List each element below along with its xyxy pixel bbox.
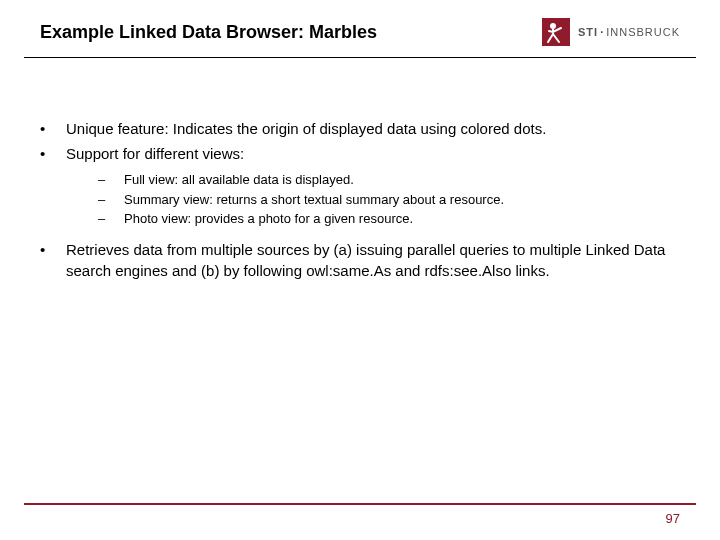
sub-bullet-list: – Full view: all available data is displ… [98,170,680,229]
item-text: Retrieves data from multiple sources by … [66,239,680,281]
dash-icon: – [98,209,124,229]
slide-header: Example Linked Data Browser: Marbles STI… [0,0,720,43]
bullet-icon: • [40,118,66,139]
logo-brand: STI [578,26,598,38]
logo: STI·INNSBRUCK [542,18,680,46]
list-item: • Support for different views: [40,143,680,164]
list-item: • Retrieves data from multiple sources b… [40,239,680,281]
list-item: • Unique feature: Indicates the origin o… [40,118,680,139]
dash-icon: – [98,170,124,190]
logo-text: STI·INNSBRUCK [578,26,680,38]
list-item: – Full view: all available data is displ… [98,170,680,190]
slide-footer: 97 [24,503,696,526]
item-text: Photo view: provides a photo for a given… [124,209,680,229]
bullet-icon: • [40,239,66,281]
logo-separator: · [598,26,606,38]
sti-logo-icon [542,18,570,46]
bullet-list: • Unique feature: Indicates the origin o… [40,118,680,164]
bullet-list: • Retrieves data from multiple sources b… [40,239,680,281]
item-text: Full view: all available data is display… [124,170,680,190]
page-number: 97 [24,511,696,526]
item-text: Support for different views: [66,143,680,164]
bullet-icon: • [40,143,66,164]
footer-divider [24,503,696,505]
list-item: – Summary view: returns a short textual … [98,190,680,210]
slide: Example Linked Data Browser: Marbles STI… [0,0,720,540]
list-item: – Photo view: provides a photo for a giv… [98,209,680,229]
dash-icon: – [98,190,124,210]
item-text: Summary view: returns a short textual su… [124,190,680,210]
item-text: Unique feature: Indicates the origin of … [66,118,680,139]
logo-suffix: INNSBRUCK [606,26,680,38]
slide-body: • Unique feature: Indicates the origin o… [0,58,720,281]
